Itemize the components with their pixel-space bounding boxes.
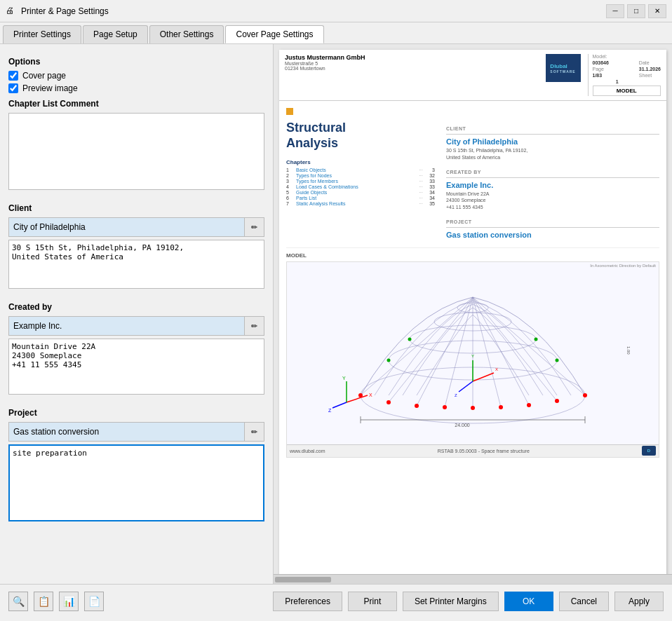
footer-website: www.dlubal.com (290, 449, 325, 453)
model-note: In Axonometric Direction by Default (590, 264, 656, 268)
sheet-label: Sheet (639, 73, 661, 78)
client-label: Client (8, 203, 264, 213)
preview-image-checkbox[interactable] (8, 83, 18, 93)
preview-company-name: Justus Mustermann GmbH (285, 54, 539, 61)
svg-point-32 (535, 337, 538, 341)
client-edit-button[interactable]: ✏ (244, 218, 264, 236)
preview-logo: Dlubal SOFTWARE (546, 54, 581, 82)
chapter-row-3: 3 Types for Members ··· 33 (286, 179, 435, 184)
svg-text:Z: Z (328, 408, 332, 413)
window-title: Printer & Page Settings (21, 6, 606, 16)
preview-scroll[interactable]: Justus Mustermann GmbH Musterstraße 5 01… (274, 44, 672, 574)
svg-point-27 (555, 399, 559, 403)
svg-text:1.00: 1.00 (626, 346, 631, 355)
svg-point-20 (358, 393, 363, 397)
svg-point-25 (499, 405, 503, 409)
h-scroll-thumb[interactable] (275, 577, 331, 582)
footer-logo: D (642, 446, 656, 456)
page-label: Page (593, 67, 614, 71)
project-name-row: Gas station conversion ✏ (8, 422, 264, 442)
project-edit-button[interactable]: ✏ (244, 423, 264, 441)
tab-page-setup[interactable]: Page Setup (83, 25, 148, 43)
model-section-title: MODEL (286, 252, 659, 259)
svg-text:X: X (369, 393, 372, 397)
cover-page-checkbox[interactable] (8, 71, 18, 81)
footer-icon-btn-3[interactable]: 📊 (59, 592, 79, 611)
preview-client-name: City of Philadelphia (446, 137, 659, 146)
cancel-button[interactable]: Cancel (559, 592, 609, 611)
preview-doc-title: StructuralAnalysis (286, 121, 435, 151)
project-label: Project (8, 408, 264, 418)
creator-address-textarea[interactable]: Mountain Drive 22A 24300 Someplace +41 1… (8, 339, 264, 395)
footer-icon-btn-2[interactable]: 📋 (34, 592, 53, 611)
cover-page-row: Cover page (8, 71, 264, 81)
preview-header: Justus Mustermann GmbH Musterstraße 5 01… (279, 50, 666, 101)
project-section-header: PROJECT (446, 219, 659, 224)
footer: 🔍 📋 📊 📄 Preferences Print Set Printer Ma… (0, 584, 672, 617)
preview-client-address: 30 S 15th St, Philadelphia, PA 19102,Uni… (446, 147, 659, 161)
chapter-comment-textarea[interactable] (8, 113, 264, 190)
preview-chapters: Chapters 1 Basic Objects ··· 3 2 Types f… (286, 159, 435, 206)
svg-line-15 (473, 297, 585, 395)
svg-point-28 (583, 393, 587, 397)
preview-body: StructuralAnalysis Chapters 1 Basic Obje… (279, 101, 666, 465)
chapter-row-5: 5 Guide Objects ··· 34 (286, 190, 435, 195)
footer-icon-btn-4[interactable]: 📄 (84, 592, 104, 611)
creator-edit-button[interactable]: ✏ (244, 317, 264, 335)
client-name-input[interactable]: City of Philadelphia (9, 219, 244, 235)
horizontal-scrollbar[interactable] (274, 574, 672, 584)
preview-info-grid: Model: 003646 Date Page 31.1.2026 1/83 S… (588, 54, 661, 96)
creator-name-input[interactable]: Example Inc. (9, 318, 244, 334)
creator-name-row: Example Inc. ✏ (8, 316, 264, 336)
tab-cover-page-settings[interactable]: Cover Page Settings (225, 25, 323, 43)
minimize-button[interactable]: ─ (606, 4, 624, 18)
model-label: Model: (593, 54, 614, 59)
window-controls: ─ □ ✕ (606, 4, 666, 18)
svg-point-24 (471, 406, 475, 410)
preview-left-col: StructuralAnalysis Chapters 1 Basic Obje… (286, 121, 435, 240)
project-name-input[interactable]: Gas station conversion (9, 424, 244, 439)
logo-tagline: SOFTWARE (550, 69, 575, 74)
svg-point-26 (527, 403, 531, 407)
created-by-label: Created by (8, 302, 264, 312)
project-desc-textarea[interactable]: site preparation (8, 444, 264, 521)
svg-text:24.000: 24.000 (455, 423, 470, 428)
tab-other-settings[interactable]: Other Settings (149, 25, 224, 43)
chapters-title: Chapters (286, 159, 435, 165)
svg-point-21 (387, 400, 391, 404)
svg-line-7 (361, 297, 473, 395)
svg-point-30 (556, 358, 559, 362)
ok-button[interactable]: OK (504, 592, 553, 611)
footer-left: 🔍 📋 📊 📄 (8, 592, 267, 611)
preview-page: Justus Mustermann GmbH Musterstraße 5 01… (279, 50, 666, 574)
svg-text:Z: Z (455, 393, 457, 397)
set-margins-button[interactable]: Set Printer Margins (403, 592, 499, 611)
model-section: MODEL In Axonometric Direction by Defaul… (286, 247, 659, 458)
model-badge: MODEL (593, 86, 661, 96)
svg-line-13 (473, 297, 529, 405)
logo-text: Dlubal (550, 63, 575, 69)
preview-right-col: CLIENT City of Philadelphia 30 S 15th St… (435, 121, 659, 240)
model-number: 003646 (593, 60, 638, 65)
preferences-button[interactable]: Preferences (273, 592, 342, 611)
footer-icon-btn-1[interactable]: 🔍 (8, 592, 28, 611)
close-button[interactable]: ✕ (648, 4, 666, 18)
client-section-header: CLIENT (446, 126, 659, 131)
svg-line-33 (473, 373, 494, 381)
preview-company-zip: 01234 Mustertown (285, 66, 539, 71)
options-label: Options (8, 57, 264, 67)
svg-point-29 (387, 358, 391, 362)
svg-line-35 (459, 381, 473, 392)
maximize-button[interactable]: □ (627, 4, 645, 18)
chapter-row-6: 6 Parts List ··· 34 (286, 196, 435, 200)
svg-text:Y: Y (342, 376, 346, 381)
svg-text:X: X (495, 367, 498, 371)
print-button[interactable]: Print (348, 592, 397, 611)
svg-text:Y: Y (471, 354, 474, 358)
chapter-row-1: 1 Basic Objects ··· 3 (286, 168, 435, 172)
sheet-value: 1 (616, 79, 638, 84)
client-name-row: City of Philadelphia ✏ (8, 217, 264, 237)
client-address-textarea[interactable]: 30 S 15th St, Philadelphia, PA 19102, Un… (8, 240, 264, 289)
apply-button[interactable]: Apply (614, 592, 664, 611)
tab-printer-settings[interactable]: Printer Settings (3, 25, 81, 43)
